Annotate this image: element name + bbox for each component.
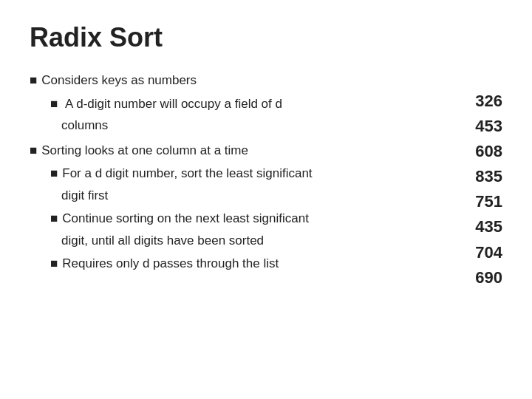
bullet-icon-sorting: ■ [30,141,37,160]
sorting-sub1-text: For a d digit number, sort the least sig… [62,164,312,183]
sorting-sub3-text: Requires only d passes through the list [62,254,279,273]
number-item: 690 [475,265,502,290]
page-title: Radix Sort [30,22,502,53]
number-item: 453 [475,114,502,139]
content-area: ■ Considers keys as numbers ■ A d-digit … [30,71,458,273]
bullet-sorting-sub2: ■ Continue sorting on the next least sig… [50,209,458,228]
sorting-sub1-indent: digit first [61,186,458,205]
bullet-considers: ■ Considers keys as numbers [30,71,458,90]
bullet-sorting: ■ Sorting looks at one column at a time [30,141,458,160]
number-item: 835 [475,164,502,189]
sorting-sub2-indent: digit, until all digits have been sorted [61,231,458,250]
slide: Radix Sort ■ Considers keys as numbers ■… [0,0,532,399]
bullet-icon-sorting-sub1: ■ [50,164,58,183]
number-item: 704 [475,240,502,265]
bullet-sorting-sub3: ■ Requires only d passes through the lis… [50,254,458,273]
number-item: 751 [475,189,502,214]
bullet-sorting-sub1: ■ For a d digit number, sort the least s… [50,164,458,183]
bullet-icon-considers: ■ [30,71,37,90]
bullet-icon-considers-sub1: ■ [50,95,58,114]
considers-label: Considers keys as numbers [41,71,197,90]
number-item: 326 [475,89,502,114]
numbers-box: 326453608835751435704690 [475,89,502,290]
bullet-icon-sorting-sub2: ■ [50,209,58,228]
number-item: 608 [475,139,502,164]
considers-sub1-text: A d-digit number will occupy a field of … [62,95,282,114]
number-item: 435 [475,214,502,239]
bullet-icon-sorting-sub3: ■ [50,254,58,273]
bullet-considers-sub1: ■ A d-digit number will occupy a field o… [50,95,458,114]
sorting-sub2-text: Continue sorting on the next least signi… [62,209,309,228]
sorting-label: Sorting looks at one column at a time [41,141,248,160]
considers-sub1-indent: columns [61,116,458,135]
